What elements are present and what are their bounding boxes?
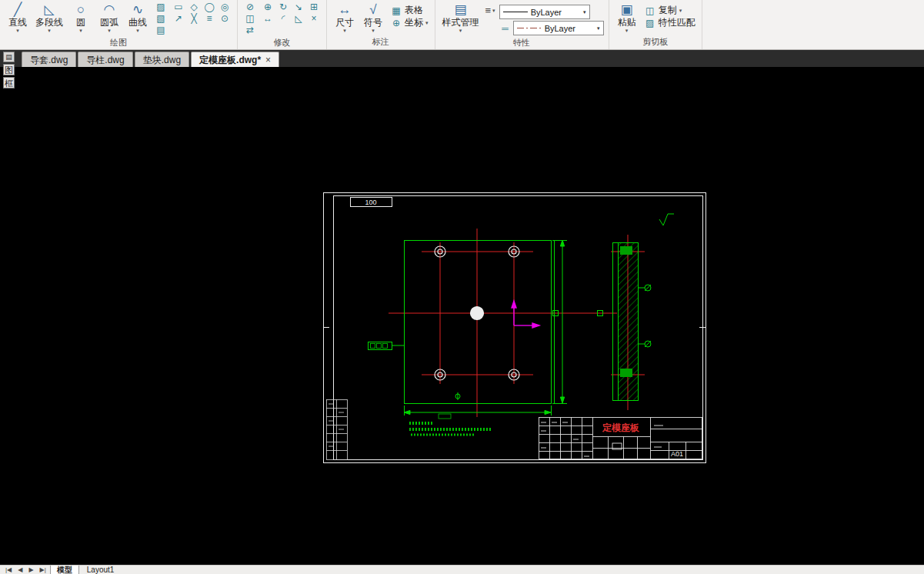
mirror-icon[interactable]: ⇄: [242, 25, 258, 36]
circle-icon: ○: [77, 2, 85, 18]
doc-tab-diankuai[interactable]: 垫块.dwg: [135, 52, 189, 67]
copy-button[interactable]: ◫ 复制 ▾: [642, 5, 697, 16]
doc-tab-dingmozuoban[interactable]: 定模座板.dwg* ×: [191, 52, 279, 67]
paste-button-label: 粘贴: [618, 18, 636, 28]
doc-tab-label: 导套.dwg: [30, 53, 68, 67]
chevron-down-icon: ▾: [679, 8, 682, 14]
match-properties-button[interactable]: ▨ 特性匹配: [642, 17, 697, 28]
point-icon[interactable]: ⊙: [217, 13, 232, 25]
multiline-icon[interactable]: ≡: [202, 13, 217, 25]
rectangle-icon[interactable]: ▭: [171, 2, 186, 13]
title-block-code: A01: [671, 450, 683, 458]
panel-label-draw[interactable]: 绘图: [5, 36, 232, 50]
layout1-tab[interactable]: Layout1: [81, 566, 121, 574]
coordinate-button[interactable]: ⊕ 坐标 ▾: [389, 17, 430, 28]
linetype2-combo[interactable]: ByLayer ▾: [513, 21, 604, 35]
trim-icon[interactable]: ×: [306, 13, 322, 25]
construction-line-icon[interactable]: ╳: [186, 13, 202, 25]
panel-properties: ▤ 样式管理 ▾ ≡ ▾ ByLayer ▾ ═: [435, 0, 609, 49]
side-palette-char: 框: [3, 77, 15, 88]
table-button[interactable]: ▦ 表格: [389, 5, 430, 16]
doc-tab-daotao[interactable]: 导套.dwg: [22, 52, 76, 67]
layout-tab-bar: |◀ ◀ ▶ ▶| 模型 Layout1: [0, 565, 924, 574]
panel-annotate: ↔ 尺寸 ▾ √ 符号 ▾ ▦ 表格 ⊕ 坐标 ▾ 标注: [327, 0, 435, 49]
draw-extra-grid: ▭◇◯◎↗╳≡⊙: [171, 2, 232, 25]
match-properties-icon: ▨: [644, 18, 656, 28]
dimension-button[interactable]: ↔ 尺寸 ▾: [332, 2, 358, 35]
panel-label-properties[interactable]: 特性: [440, 36, 604, 50]
model-tab[interactable]: 模型: [50, 566, 79, 574]
dimension-lines[interactable]: [404, 240, 567, 415]
donut-icon[interactable]: ◎: [217, 2, 232, 13]
style-manager-button[interactable]: ▤ 样式管理 ▾: [440, 2, 482, 35]
fillet-icon[interactable]: ◜: [275, 13, 291, 25]
spline-icon: ∿: [132, 2, 143, 18]
symbol-icon: √: [369, 2, 376, 18]
model-space-canvas[interactable]: 100: [0, 67, 924, 565]
polyline-icon: ◺: [44, 2, 54, 18]
last-tab-button[interactable]: ▶|: [38, 566, 48, 573]
close-icon[interactable]: ×: [265, 53, 271, 67]
scale-icon[interactable]: ↘: [291, 2, 306, 13]
arc-icon: ◠: [104, 2, 115, 18]
rotate-icon[interactable]: ↻: [275, 2, 291, 13]
array-icon[interactable]: ⊞: [306, 2, 322, 13]
polyline-button[interactable]: ◺ 多段线 ▾: [33, 2, 65, 35]
prev-tab-button[interactable]: ◀: [15, 566, 25, 573]
coordinate-button-label: 坐标: [405, 16, 423, 29]
chevron-down-icon: ▾: [16, 28, 19, 34]
side-section-view[interactable]: [613, 243, 652, 401]
copy-object-icon[interactable]: ◫: [242, 13, 258, 25]
paste-button[interactable]: ▣ 粘贴 ▾: [614, 2, 640, 35]
panel-label-clipboard[interactable]: 剪切板: [614, 35, 697, 49]
revision-table[interactable]: [326, 399, 348, 460]
match-properties-label: 特性匹配: [659, 16, 696, 29]
line-button-label: 直线: [8, 18, 27, 28]
dimension-icon: ↔: [339, 2, 352, 18]
next-tab-button[interactable]: ▶: [26, 566, 35, 573]
circle-button[interactable]: ○ 圆 ▾: [68, 2, 94, 35]
ellipse-icon[interactable]: ◯: [202, 2, 217, 13]
ray-icon[interactable]: ↗: [171, 13, 186, 25]
gradient-icon[interactable]: ▧: [153, 13, 168, 25]
chevron-down-icon: ▾: [425, 20, 429, 26]
main-view[interactable]: [369, 240, 603, 404]
surface-finish-symbol[interactable]: [659, 214, 674, 225]
first-tab-button[interactable]: |◀: [3, 566, 14, 573]
panel-label-modify[interactable]: 修改: [242, 36, 322, 50]
lineweight-icon[interactable]: ═: [499, 23, 512, 34]
chevron-down-icon: ▾: [625, 28, 629, 34]
chamfer-icon[interactable]: ◺: [291, 13, 306, 25]
doc-tab-daozhu[interactable]: 导柱.dwg: [78, 52, 132, 67]
copy-icon: ◫: [644, 5, 656, 16]
side-palette-tab[interactable]: ▤ 图 框: [2, 52, 16, 88]
line-button[interactable]: ╱ 直线 ▾: [5, 2, 31, 35]
arc-button[interactable]: ◠ 圆弧 ▾: [96, 2, 122, 35]
panel-label-annotate[interactable]: 标注: [332, 35, 430, 49]
copy-button-label: 复制: [659, 4, 677, 17]
polygon-icon[interactable]: ◇: [186, 2, 202, 13]
symbol-button[interactable]: √ 符号 ▾: [360, 2, 386, 35]
stretch-icon[interactable]: ↔: [260, 13, 275, 25]
drawing-canvas[interactable]: 100: [0, 67, 924, 565]
style-manager-icon: ▤: [454, 2, 466, 18]
technical-notes[interactable]: [409, 414, 492, 435]
linetype-preview-dashdot: [517, 25, 542, 32]
doc-tab-label: 定模座板.dwg*: [199, 53, 261, 67]
spline-button[interactable]: ∿ 曲线 ▾: [125, 2, 151, 35]
ucs-icon: [512, 301, 539, 328]
drawing-frame[interactable]: [323, 193, 706, 463]
chevron-down-icon: ▾: [48, 28, 51, 34]
text-icon[interactable]: ▤: [153, 25, 168, 36]
dimension-button-label: 尺寸: [335, 18, 354, 28]
style-manager-label: 样式管理: [442, 18, 479, 28]
linetype-preview-solid: [503, 8, 528, 15]
hatch-icon[interactable]: ▨: [153, 2, 168, 13]
linetype-combo[interactable]: ByLayer ▾: [499, 5, 590, 19]
panel-clipboard: ▣ 粘贴 ▾ ◫ 复制 ▾ ▨ 特性匹配 剪切板: [609, 0, 702, 49]
centerlines[interactable]: [389, 229, 645, 417]
move-icon[interactable]: ⊕: [260, 2, 275, 13]
erase-icon[interactable]: ⊘: [242, 2, 258, 13]
chevron-down-icon: ▾: [459, 28, 462, 34]
layer-menu-button[interactable]: ≡ ▾: [484, 2, 497, 16]
